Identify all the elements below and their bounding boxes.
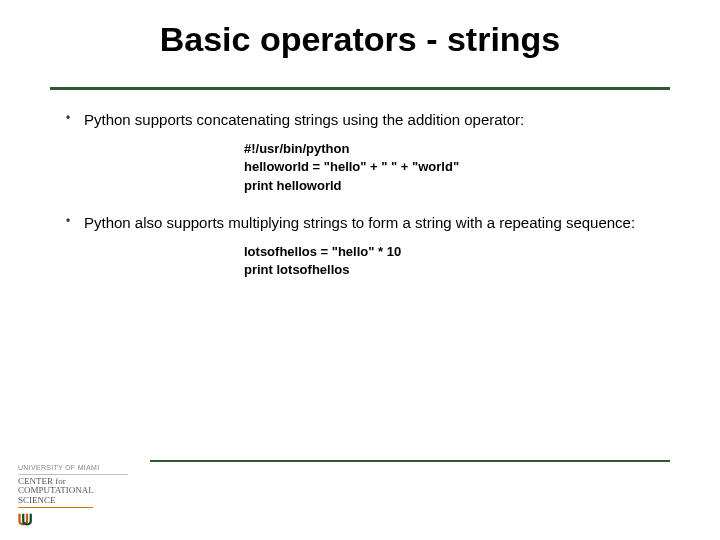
- footer-logo-area: UNIVERSITY OF MIAMI CENTER for COMPUTATI…: [18, 464, 128, 526]
- center-line: SCIENCE: [18, 495, 56, 505]
- footer-underline: [150, 460, 670, 462]
- slide-container: Basic operators - strings Python support…: [0, 0, 720, 540]
- bullet-text: Python supports concatenating strings us…: [84, 111, 524, 128]
- code-block: #!/usr/bin/python helloworld = "hello" +…: [244, 140, 660, 195]
- university-name: UNIVERSITY OF MIAMI: [18, 464, 128, 475]
- bullet-list: Python supports concatenating strings us…: [60, 110, 660, 279]
- code-block: lotsofhellos = "hello" * 10 print lotsof…: [244, 243, 660, 279]
- bullet-item: Python supports concatenating strings us…: [60, 110, 660, 195]
- bullet-item: Python also supports multiplying strings…: [60, 213, 660, 280]
- title-underline: [50, 87, 670, 90]
- bullet-text: Python also supports multiplying strings…: [84, 214, 635, 231]
- slide-title: Basic operators - strings: [40, 20, 680, 63]
- center-name: CENTER for COMPUTATIONAL SCIENCE: [18, 477, 93, 508]
- um-logo-icon: [18, 512, 36, 526]
- slide-content: Python supports concatenating strings us…: [40, 110, 680, 279]
